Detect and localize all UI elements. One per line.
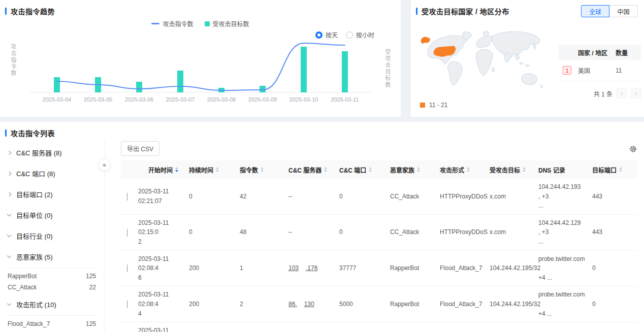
svg-text:2025-03-04: 2025-03-04 — [43, 96, 71, 103]
filter-section-header[interactable]: 目标单位 (0) — [8, 205, 96, 225]
cc-server-link[interactable]: 86. — [288, 300, 297, 309]
command-table: 开始时间持续时间指令数C&C 服务器C&C 端口恶意家族攻击形式受攻击目标DNS… — [121, 160, 637, 332]
column-header[interactable]: 攻击形式 — [436, 165, 486, 174]
column-header-label: C&C 端口 — [339, 165, 366, 174]
expand-row-icon[interactable] — [127, 301, 127, 308]
expand-cell — [121, 264, 134, 272]
sort-icon[interactable] — [467, 167, 470, 172]
cell-duration: 200 — [185, 296, 236, 313]
table-row: 2025-03-11 02:15:0 2048–0CC_AttackHTTPPr… — [121, 215, 637, 251]
expand-cell — [121, 193, 134, 200]
attack-trend-panel: 攻击指令趋势 攻击指令数 受攻击目标数 按天 按小时 攻击指令数 受攻击目标数 — [0, 0, 401, 117]
region-rank-table: 国家 / 地区 数量 1美国11 共 1 条 ‹ › — [559, 45, 641, 98]
sort-icon[interactable] — [324, 167, 327, 172]
expand-row-icon[interactable] — [127, 229, 127, 237]
attacked-region-panel: 受攻击目标国家 / 地区分布 全球 中国 — [411, 0, 644, 117]
column-header-label: 恶意家族 — [390, 165, 414, 174]
sort-desc-icon — [417, 170, 420, 172]
filter-section-header[interactable]: 目标端口 (2) — [8, 184, 96, 205]
filter-section-header[interactable]: 目标行业 (0) — [8, 225, 96, 246]
sort-icon[interactable] — [369, 167, 372, 172]
cell-cc-port: 0 — [335, 188, 386, 205]
cell-dns-record: probe.twitter.com , +4 ... — [534, 251, 588, 286]
cell-malware-family: CC_Attack — [386, 224, 436, 241]
column-header[interactable]: 持续时间 — [185, 165, 236, 174]
y-axis-label-right: 受攻击目标数 — [383, 49, 392, 88]
filter-section-header[interactable]: C&C 端口 (8) — [8, 163, 96, 184]
filter-section: 恶意家族 (5)RapperBot125CC_Attack22 — [8, 246, 96, 293]
cc-server-link[interactable]: 103 — [288, 263, 299, 273]
sort-asc-icon — [216, 167, 219, 169]
filter-item[interactable]: CC_Attack22 — [8, 282, 96, 293]
cell-duration: 0 — [185, 224, 236, 241]
filter-item-count: 22 — [89, 284, 96, 291]
expand-row-icon[interactable] — [127, 264, 127, 272]
filter-item[interactable]: RapperBot125 — [8, 271, 96, 282]
column-header[interactable]: 目标端口 — [588, 165, 627, 174]
filter-section: 攻击形式 (10)Flood_Attack_7125HTTPProxyDDoS1… — [8, 294, 96, 332]
cell-malware-family: RapperBot — [386, 260, 436, 277]
toggle-china-button[interactable]: 中国 — [609, 5, 638, 17]
region-table-header: 国家 / 地区 数量 — [559, 45, 641, 60]
toggle-global-button[interactable]: 全球 — [581, 5, 609, 17]
filter-section: C&C 服务器 (8) — [8, 142, 96, 163]
column-header[interactable]: C&C 服务器 — [284, 165, 335, 174]
expand-row-icon[interactable] — [127, 193, 127, 201]
sort-icon[interactable] — [619, 167, 622, 172]
cell-start-time: 2025-03-11 02:15:0 2 — [134, 215, 185, 250]
column-header[interactable]: 受攻击目标 — [486, 165, 534, 174]
table-row: 2025-03-11 02:08:4 62001103.17637777Rapp… — [121, 251, 637, 287]
column-header[interactable]: 恶意家族 — [386, 165, 436, 174]
sort-icon[interactable] — [261, 167, 264, 172]
column-header[interactable]: DNS 记录 — [534, 165, 588, 174]
next-page-button[interactable]: › — [631, 88, 641, 98]
filter-item[interactable]: Flood_Attack_7125 — [8, 318, 96, 329]
legend-item-line[interactable]: 攻击指令数 — [151, 19, 193, 28]
sort-desc-icon — [324, 170, 327, 172]
sort-icon[interactable] — [417, 167, 420, 172]
prev-page-button[interactable]: ‹ — [617, 88, 627, 98]
sort-desc-icon — [467, 170, 470, 172]
cc-server-links: 103.176 — [288, 263, 331, 273]
world-map[interactable] — [417, 29, 550, 102]
column-header[interactable]: C&C 端口 — [335, 165, 386, 174]
filter-section-header[interactable]: 攻击形式 (10) — [8, 294, 96, 315]
sort-icon[interactable] — [216, 167, 219, 172]
export-csv-button[interactable]: 导出 CSV — [121, 141, 159, 156]
column-header-label: 目标端口 — [592, 165, 617, 174]
cell-target-port: 443 — [588, 224, 627, 241]
region-name: 美国 — [578, 66, 616, 75]
column-header[interactable]: 指令数 — [236, 165, 284, 174]
filter-section: C&C 端口 (8) — [8, 163, 96, 184]
sort-icon[interactable] — [523, 167, 526, 172]
cc-server-link[interactable]: .176 — [306, 263, 317, 273]
collapse-sidebar-button[interactable]: « — [98, 158, 111, 171]
sort-desc-icon — [619, 170, 622, 172]
legend-item-bar[interactable]: 受攻击目标数 — [205, 19, 249, 28]
cell-attack-target: 104.244.42.195/32 — [486, 260, 534, 277]
filter-section-header[interactable]: C&C 服务器 (8) — [8, 142, 96, 163]
panel-title-text: 攻击指令列表 — [11, 128, 55, 138]
title-accent-bar — [416, 8, 417, 15]
cell-target-port: 443 — [588, 188, 627, 205]
table-row: 2025-03-11 02:05:1 82002chu ibreollywood… — [121, 322, 637, 332]
cc-server-links: 86.130 — [288, 300, 331, 309]
cell-dns-record: probe.twitter.com , +4 ... — [534, 286, 588, 322]
column-header[interactable]: 开始时间 — [134, 165, 185, 174]
command-table-area: 导出 CSV 开始时间持续时间指令数C&C 服务器C&C 端口恶意家族攻击形式受… — [105, 139, 644, 332]
chevron-right-icon — [7, 192, 11, 196]
cc-server-link[interactable]: 130 — [304, 300, 314, 309]
gear-icon[interactable] — [629, 145, 637, 153]
sort-asc-icon — [417, 167, 420, 169]
filter-item[interactable]: HTTPProxyDDoS13 — [8, 329, 96, 332]
sort-asc-icon — [467, 167, 470, 169]
filter-section-header[interactable]: 恶意家族 (5) — [8, 246, 96, 267]
total-count-label: 共 1 条 — [594, 89, 613, 98]
table-row: 2025-03-11 02:21:07042–0CC_AttackHTTPPro… — [121, 179, 637, 215]
cell-start-time: 2025-03-11 02:05:1 8 — [134, 322, 185, 332]
filter-section-label: C&C 服务器 (8) — [16, 148, 62, 157]
title-accent-bar — [5, 8, 7, 15]
cell-dns-record: 104.244.42.129 , +3 ... — [534, 215, 588, 250]
cell-attack-form: HTTPProxyDDoS — [436, 188, 486, 205]
sort-icon[interactable] — [175, 167, 178, 172]
